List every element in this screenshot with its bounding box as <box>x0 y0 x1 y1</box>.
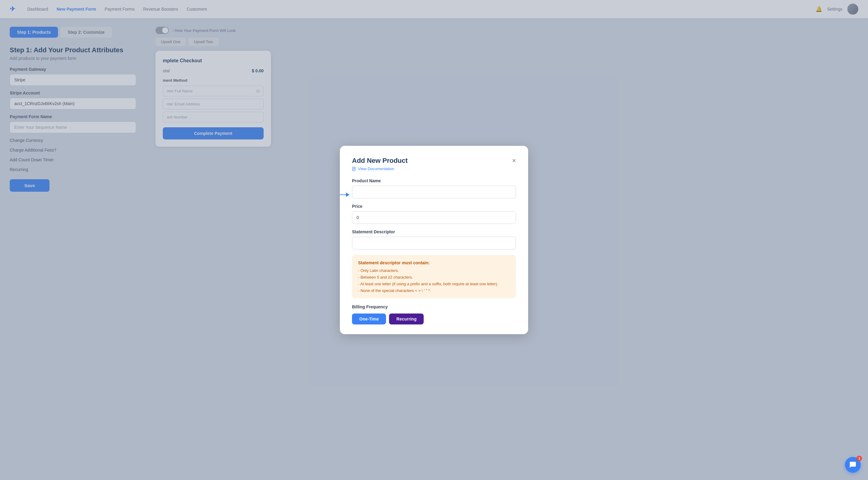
modal-header: Add New Product × <box>352 157 516 164</box>
product-name-label: Product Name <box>352 178 516 183</box>
chat-bubble[interactable]: 3 <box>845 457 861 473</box>
info-box-title: Statement descriptor must contain: <box>358 260 510 265</box>
product-name-input[interactable] <box>352 186 516 199</box>
info-item-1: - Only Latin characters. <box>358 268 510 273</box>
add-product-modal: Add New Product × View Documentation Pro… <box>340 146 528 334</box>
info-item-4: - None of the special characters < > \ '… <box>358 288 510 293</box>
one-time-button[interactable]: One-Time <box>352 313 386 325</box>
billing-frequency-label: Billing Frequency <box>352 304 516 309</box>
price-label: Price <box>352 204 516 209</box>
info-item-3: - At least one letter (if using a prefix… <box>358 281 510 286</box>
recurring-button[interactable]: Recurring <box>389 313 424 325</box>
info-item-2: - Between 5 and 22 characters. <box>358 275 510 279</box>
price-input[interactable] <box>352 211 516 224</box>
modal-title: Add New Product <box>352 157 408 164</box>
statement-descriptor-input[interactable] <box>352 237 516 249</box>
view-documentation-link[interactable]: View Documentation <box>352 167 516 171</box>
product-name-section: Product Name <box>352 178 516 204</box>
statement-descriptor-label: Statement Descriptor <box>352 229 516 234</box>
modal-overlay: Add New Product × View Documentation Pro… <box>0 0 868 480</box>
modal-close-button[interactable]: × <box>512 157 516 164</box>
statement-descriptor-info: Statement descriptor must contain: - Onl… <box>352 255 516 298</box>
doc-icon <box>352 167 356 171</box>
billing-buttons: One-Time Recurring <box>352 313 516 325</box>
arrow-indicator <box>340 192 349 197</box>
chat-icon <box>849 461 857 469</box>
chat-badge: 3 <box>857 456 862 461</box>
